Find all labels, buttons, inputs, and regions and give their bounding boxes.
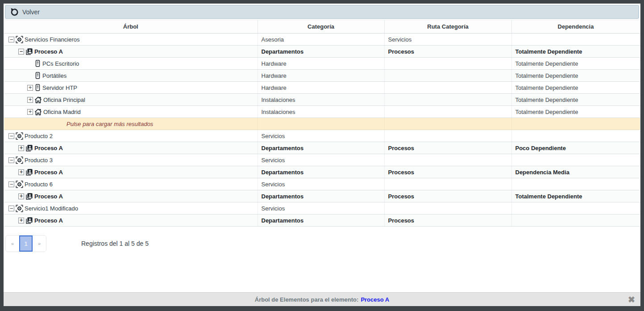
- tree-label: Proceso A: [34, 217, 63, 224]
- service-gear-icon: [16, 205, 23, 212]
- tree-cell: − Producto 2: [4, 130, 258, 142]
- element-tree-table: Árbol Categoría Ruta Categoría Dependenc…: [4, 20, 640, 227]
- hardware-tower-icon: [34, 84, 41, 91]
- process-card-icon: [25, 168, 33, 176]
- home-icon-slot: [34, 108, 42, 116]
- close-icon[interactable]: ✖: [628, 295, 635, 304]
- tree-row[interactable]: + Proceso A Departamentos Procesos: [4, 214, 640, 227]
- tree-row[interactable]: + Proceso A Departamentos Procesos Total…: [4, 190, 640, 202]
- dependencia-cell: Poco Dependiente: [511, 142, 640, 154]
- categoria-cell: Hardware: [258, 82, 384, 94]
- tree-row[interactable]: + Servidor HTP Hardware Totalmente Depen…: [4, 82, 640, 94]
- collapse-toggle-icon[interactable]: −: [8, 133, 14, 139]
- building-home-icon: [34, 96, 42, 104]
- undo-arrow-icon: [10, 8, 18, 16]
- footer-title: Árbol de Elementos para el elemento:: [255, 296, 359, 303]
- dependencia-cell: Totalmente Dependiente: [511, 94, 640, 106]
- tree-cell: + Proceso A: [4, 142, 258, 154]
- tree-label: Proceso A: [34, 193, 63, 200]
- ruta-categoria-cell: [384, 202, 511, 214]
- collapse-toggle-icon[interactable]: −: [8, 181, 14, 187]
- tree-label: Servidor HTP: [42, 84, 77, 91]
- expand-toggle-icon[interactable]: +: [18, 169, 24, 175]
- tree-cell: + Proceso A: [4, 190, 258, 202]
- tree-label: Servicios Financieros: [25, 36, 80, 43]
- categoria-cell: Instalaciones: [258, 106, 384, 118]
- ruta-categoria-cell: [384, 70, 511, 82]
- tree-row[interactable]: Portátiles Hardware Totalmente Dependien…: [4, 70, 640, 82]
- dependencia-cell: Totalmente Dependiente: [511, 70, 640, 82]
- expand-toggle-icon[interactable]: +: [18, 145, 24, 151]
- process-icon-slot: [25, 168, 33, 176]
- service-icon-slot: [16, 36, 23, 43]
- ruta-categoria-cell: [384, 58, 511, 70]
- tree-row[interactable]: + Proceso A Departamentos Procesos Depen…: [4, 166, 640, 178]
- dependencia-cell: [511, 130, 640, 142]
- back-button-label: Volver: [22, 8, 40, 16]
- tree-row[interactable]: − Producto 3 Servicios: [4, 154, 640, 166]
- expand-toggle-icon[interactable]: +: [27, 97, 33, 103]
- expand-toggle-icon[interactable]: +: [18, 193, 24, 199]
- footer-element-link[interactable]: Proceso A: [361, 296, 389, 303]
- tree-row[interactable]: + Oficina Principal Instalaciones Totalm…: [4, 94, 640, 106]
- collapse-toggle-icon[interactable]: −: [18, 49, 24, 55]
- hardware-tower-icon: [34, 60, 41, 67]
- home-icon-slot: [34, 96, 42, 104]
- next-page-button[interactable]: »: [33, 235, 46, 252]
- dependencia-cell: [511, 154, 640, 166]
- tree-row[interactable]: − Producto 6 Servicios: [4, 178, 640, 190]
- service-gear-icon: [16, 132, 23, 140]
- tree-row[interactable]: − Proceso A Departamentos Procesos Total…: [4, 46, 640, 58]
- dependencia-cell: Totalmente Dependiente: [511, 58, 640, 70]
- service-icon-slot: [16, 156, 23, 164]
- tree-cell: + Oficina Principal: [4, 94, 258, 106]
- current-page-button[interactable]: 1: [19, 235, 33, 252]
- element-tree-dialog: Volver Árbol Categoría Ruta Categoría De…: [4, 4, 640, 306]
- column-header-dependencia: Dependencia: [511, 20, 640, 34]
- tree-label: Producto 6: [25, 181, 53, 188]
- dialog-footer: Árbol de Elementos para el elemento: Pro…: [4, 292, 640, 306]
- tree-cell: + Proceso A: [4, 166, 258, 178]
- collapse-toggle-icon[interactable]: −: [8, 157, 14, 163]
- dependencia-cell: Totalmente Dependiente: [511, 106, 640, 118]
- categoria-cell: Hardware: [258, 70, 384, 82]
- ruta-categoria-cell: [384, 106, 511, 118]
- categoria-cell: Servicios: [258, 178, 384, 190]
- categoria-cell: Departamentos: [258, 214, 384, 227]
- hardware-icon-slot: [34, 72, 41, 79]
- tree-label: Proceso A: [34, 48, 63, 55]
- prev-page-button[interactable]: «: [6, 235, 19, 252]
- tree-cell: + Proceso A: [4, 214, 258, 227]
- dependencia-cell: Totalmente Dependiente: [511, 46, 640, 58]
- expand-toggle-icon[interactable]: +: [27, 109, 33, 115]
- dependencia-cell: [511, 178, 640, 190]
- pagination-area: « 1 » Registros del 1 al 5 de 5: [5, 235, 640, 252]
- dependencia-cell: [511, 34, 640, 46]
- tree-row[interactable]: − Producto 2 Servicios: [4, 130, 640, 142]
- categoria-cell: Hardware: [258, 58, 384, 70]
- load-more-label[interactable]: Pulse para cargar más resultados: [4, 118, 258, 130]
- categoria-cell: Servicios: [258, 202, 384, 214]
- tree-row[interactable]: − Servicio1 Modificado Servicios: [4, 202, 640, 214]
- service-icon-slot: [16, 181, 23, 188]
- tree-label: Proceso A: [34, 169, 63, 176]
- tree-row[interactable]: + Oficina Madrid Instalaciones Totalment…: [4, 106, 640, 118]
- expand-toggle-icon[interactable]: +: [18, 218, 24, 223]
- tree-row[interactable]: − Servicios Financieros Asesoria Servici…: [4, 34, 640, 46]
- process-card-icon: [25, 193, 33, 200]
- collapse-toggle-icon[interactable]: −: [8, 37, 14, 42]
- ruta-categoria-cell: [384, 82, 511, 94]
- process-card-icon: [25, 48, 33, 55]
- tree-row[interactable]: PCs Escritorio Hardware Totalmente Depen…: [4, 58, 640, 70]
- collapse-toggle-icon[interactable]: −: [8, 206, 14, 211]
- dependencia-cell: Totalmente Dependiente: [511, 190, 640, 202]
- back-button[interactable]: Volver: [10, 8, 40, 16]
- load-more-row[interactable]: Pulse para cargar más resultados: [4, 118, 640, 130]
- tree-cell: + Oficina Madrid: [4, 106, 258, 118]
- pagination: « 1 »: [5, 235, 46, 252]
- tree-label: Producto 2: [25, 133, 53, 139]
- tree-row[interactable]: + Proceso A Departamentos Procesos Poco …: [4, 142, 640, 154]
- toolbar: Volver: [5, 5, 639, 19]
- expand-toggle-icon[interactable]: +: [27, 85, 33, 91]
- categoria-cell: Asesoria: [258, 34, 384, 46]
